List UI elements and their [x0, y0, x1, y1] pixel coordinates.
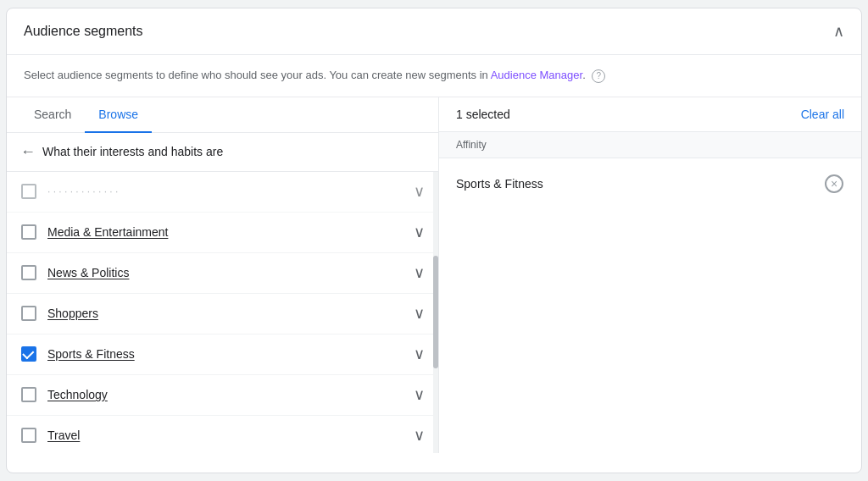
checkbox[interactable] [21, 387, 36, 402]
checkbox-wrap [20, 224, 37, 240]
checkbox[interactable] [21, 265, 36, 280]
chevron-down-icon[interactable]: ∨ [414, 426, 425, 445]
right-panel: 1 selected Clear all Affinity Sports & F… [439, 97, 861, 453]
tabs-container: Search Browse [7, 97, 438, 133]
remove-circle-icon: × [825, 174, 843, 193]
checkbox-wrap [20, 346, 37, 362]
item-label: Technology [47, 388, 414, 401]
item-label: Travel [47, 428, 414, 442]
chevron-down-icon[interactable]: ∨ [414, 385, 425, 404]
scrollbar-thumb[interactable] [433, 256, 438, 368]
checkbox[interactable] [21, 224, 36, 240]
description-text: Select audience segments to define who s… [24, 69, 488, 81]
main-content: Search Browse ← What their interests and… [7, 97, 861, 453]
tab-browse[interactable]: Browse [85, 97, 152, 133]
selected-items-list: Sports & Fitness × [439, 158, 861, 453]
chevron-down-icon[interactable]: ∨ [414, 263, 425, 282]
checkbox-wrap [20, 264, 37, 281]
list-item-sports-fitness[interactable]: Sports & Fitness ∨ [7, 334, 438, 375]
chevron-down-icon[interactable]: ∨ [414, 345, 425, 363]
item-label: News & Politics [47, 266, 414, 279]
list-item[interactable]: Technology ∨ [7, 375, 438, 416]
chevron-down-icon[interactable]: ∨ [414, 223, 425, 241]
breadcrumb: ← What their interests and habits are [7, 133, 438, 172]
tab-search[interactable]: Search [20, 97, 85, 133]
checkbox-checked[interactable] [21, 346, 36, 362]
audience-manager-link[interactable]: Audience Manager [491, 69, 582, 81]
checkbox-wrap [20, 305, 37, 322]
category-list: · · · · · · · · · · · · · ∨ Media & Ente… [7, 172, 438, 453]
checkbox-wrap [20, 183, 37, 200]
checkbox[interactable] [21, 306, 36, 321]
selected-item-label: Sports & Fitness [456, 177, 543, 191]
selected-item: Sports & Fitness × [439, 165, 861, 202]
item-label: Shoppers [47, 307, 414, 320]
checkbox-wrap [20, 386, 37, 403]
chevron-down-icon[interactable]: ∨ [414, 304, 425, 323]
checkbox[interactable] [21, 184, 36, 199]
remove-button[interactable]: × [824, 174, 844, 194]
card-header: Audience segments ∧ [7, 8, 861, 55]
left-panel: Search Browse ← What their interests and… [7, 97, 439, 453]
list-item[interactable]: Shoppers ∨ [7, 294, 438, 334]
card-title: Audience segments [24, 24, 143, 39]
clear-all-button[interactable]: Clear all [801, 108, 844, 121]
breadcrumb-text: What their interests and habits are [42, 145, 223, 158]
affinity-label: Affinity [439, 132, 861, 158]
list-item[interactable]: · · · · · · · · · · · · · ∨ [7, 172, 438, 213]
list-item[interactable]: News & Politics ∨ [7, 253, 438, 294]
checkbox-wrap [20, 427, 37, 444]
checkbox[interactable] [21, 428, 36, 443]
scrollbar-track [433, 172, 438, 453]
chevron-down-icon[interactable]: ∨ [414, 182, 425, 201]
list-item[interactable]: Media & Entertainment ∨ [7, 213, 438, 253]
collapse-icon[interactable]: ∧ [833, 22, 844, 41]
help-icon[interactable]: ? [592, 69, 605, 83]
back-button[interactable]: ← [20, 143, 36, 161]
item-label: · · · · · · · · · · · · · [47, 185, 414, 197]
item-label: Media & Entertainment [47, 225, 414, 239]
selected-count: 1 selected [456, 108, 510, 121]
list-item[interactable]: Travel ∨ [7, 416, 438, 453]
item-label: Sports & Fitness [47, 347, 414, 361]
card-description: Select audience segments to define who s… [7, 55, 861, 97]
audience-segments-card: Audience segments ∧ Select audience segm… [6, 8, 862, 473]
right-header: 1 selected Clear all [439, 97, 861, 132]
